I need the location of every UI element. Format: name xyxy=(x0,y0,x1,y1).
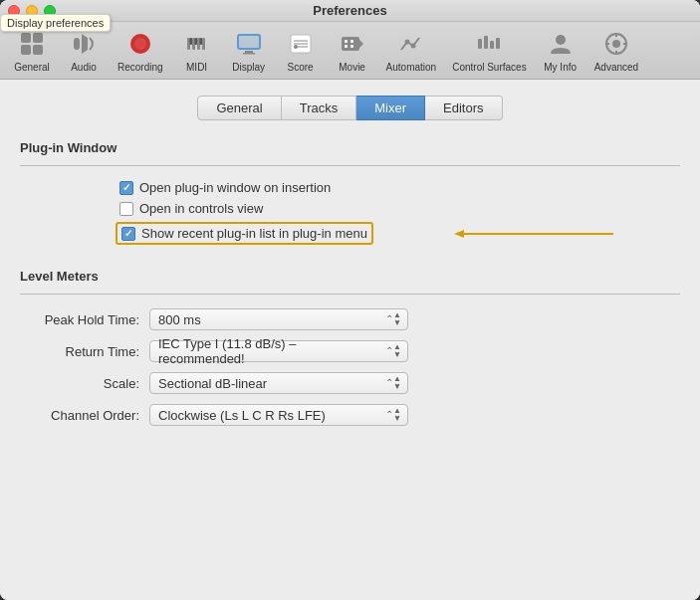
toolbar-label-midi: MIDI xyxy=(186,62,207,73)
tab-general[interactable]: General xyxy=(197,96,281,120)
arrow-annotation xyxy=(454,224,633,244)
plugin-window-title: Plug-in Window xyxy=(20,140,680,155)
select-channel-order[interactable]: Clockwise (Ls L C R Rs LFE) ▲ ▼ xyxy=(149,404,408,426)
movie-icon xyxy=(337,28,368,60)
select-value-peak-hold-time: 800 ms xyxy=(158,312,201,327)
select-value-return-time: IEC Type I (11.8 dB/s) – recommended! xyxy=(158,336,383,366)
toolbar-item-midi[interactable]: MIDI xyxy=(173,26,221,75)
toolbar-label-display: Display xyxy=(232,62,265,73)
label-channel-order: Channel Order: xyxy=(20,408,149,423)
checkbox-open-controls[interactable] xyxy=(119,202,133,216)
svg-point-6 xyxy=(134,38,146,50)
toolbar-item-recording[interactable]: Recording xyxy=(112,26,169,75)
svg-rect-28 xyxy=(350,45,353,48)
select-peak-hold-time[interactable]: 800 ms ▲ ▼ xyxy=(149,308,408,330)
display-icon xyxy=(233,28,265,60)
automation-icon xyxy=(395,28,427,60)
plugin-section-divider xyxy=(20,165,680,166)
midi-icon xyxy=(181,28,213,60)
toolbar-label-automation: Automation xyxy=(386,62,437,73)
svg-rect-23 xyxy=(342,37,359,51)
svg-rect-32 xyxy=(484,36,488,49)
checkbox-label-open-on-insertion: Open plug-in window on insertion xyxy=(139,180,331,195)
svg-rect-31 xyxy=(478,39,482,49)
toolbar-item-control-surfaces[interactable]: Control Surfaces xyxy=(446,26,532,75)
svg-rect-27 xyxy=(345,45,348,48)
toolbar-label-audio: Audio xyxy=(71,62,97,73)
select-arrows-scale: ▲ ▼ xyxy=(393,375,401,391)
select-arrows-channel-order: ▲ ▼ xyxy=(393,407,401,423)
checkbox-row-open-controls: Open in controls view xyxy=(119,201,680,216)
svg-rect-16 xyxy=(245,51,253,53)
toolbar-label-movie: Movie xyxy=(339,62,365,73)
level-meters-title: Level Meters xyxy=(20,269,680,284)
svg-rect-1 xyxy=(33,33,43,43)
svg-rect-3 xyxy=(33,45,43,55)
svg-rect-12 xyxy=(194,38,197,45)
svg-rect-15 xyxy=(238,35,260,49)
toolbar-item-general[interactable]: General xyxy=(8,26,56,75)
svg-point-22 xyxy=(294,45,298,49)
control-surfaces-icon xyxy=(473,28,505,60)
svg-rect-13 xyxy=(199,38,202,45)
level-meters-section: Level Meters Peak Hold Time: 800 ms ▲ ▼ … xyxy=(20,269,680,426)
toolbar-item-score[interactable]: Score xyxy=(277,26,325,75)
form-row-scale: Scale: Sectional dB-linear ▲ ▼ xyxy=(20,372,680,394)
audio-icon xyxy=(68,28,100,60)
window-title: Preferences xyxy=(313,3,386,18)
content-area: General Tracks Mixer Editors Plug-in Win… xyxy=(0,80,700,600)
checkbox-row-open-on-insertion: Open plug-in window on insertion xyxy=(119,180,680,195)
recording-icon xyxy=(124,28,156,60)
select-return-time[interactable]: IEC Type I (11.8 dB/s) – recommended! ▲ … xyxy=(149,340,408,362)
tab-editors[interactable]: Editors xyxy=(425,96,502,120)
select-arrows-return-time: ▲ ▼ xyxy=(393,343,401,359)
select-value-scale: Sectional dB-linear xyxy=(158,376,267,391)
label-return-time: Return Time: xyxy=(20,344,149,359)
checkbox-show-recent[interactable] xyxy=(121,227,135,241)
general-icon xyxy=(16,28,48,60)
toolbar-item-advanced[interactable]: Advanced xyxy=(588,26,644,75)
select-value-channel-order: Clockwise (Ls L C R Rs LFE) xyxy=(158,408,326,423)
tab-tracks[interactable]: Tracks xyxy=(282,96,357,120)
toolbar-item-display[interactable]: Display xyxy=(225,26,273,75)
svg-rect-34 xyxy=(496,38,500,49)
toolbar-label-recording: Recording xyxy=(117,62,163,73)
toolbar-label-score: Score xyxy=(288,62,314,73)
svg-rect-17 xyxy=(243,53,255,55)
select-arrows-peak-hold-time: ▲ ▼ xyxy=(393,311,401,327)
tabs-container: General Tracks Mixer Editors xyxy=(20,96,680,120)
svg-point-35 xyxy=(556,35,566,45)
svg-rect-25 xyxy=(345,40,348,43)
level-meters-divider xyxy=(20,294,680,295)
toolbar-label-control-surfaces: Control Surfaces xyxy=(452,62,526,73)
svg-rect-10 xyxy=(202,38,205,50)
preferences-window: Display preferences Preferences General xyxy=(0,0,700,600)
tooltip-text: Display preferences xyxy=(7,17,104,29)
advanced-icon xyxy=(600,28,632,60)
plugin-window-section: Plug-in Window Open plug-in window on in… xyxy=(20,140,680,245)
checkbox-open-on-insertion[interactable] xyxy=(119,181,133,195)
form-row-peak-hold-time: Peak Hold Time: 800 ms ▲ ▼ xyxy=(20,308,680,330)
svg-rect-33 xyxy=(490,41,494,49)
svg-marker-24 xyxy=(359,40,363,48)
toolbar-item-audio[interactable]: Audio xyxy=(60,26,108,75)
score-icon xyxy=(285,28,317,60)
toolbar-label-general: General xyxy=(14,62,50,73)
select-scale[interactable]: Sectional dB-linear ▲ ▼ xyxy=(149,372,408,394)
form-row-channel-order: Channel Order: Clockwise (Ls L C R Rs LF… xyxy=(20,404,680,426)
tab-mixer[interactable]: Mixer xyxy=(356,96,425,120)
form-row-return-time: Return Time: IEC Type I (11.8 dB/s) – re… xyxy=(20,340,680,362)
title-bar: Display preferences Preferences xyxy=(0,0,700,22)
toolbar-item-my-info[interactable]: My Info xyxy=(537,26,584,75)
toolbar-item-automation[interactable]: Automation xyxy=(380,26,443,75)
label-scale: Scale: xyxy=(20,376,149,391)
toolbar-label-advanced: Advanced xyxy=(594,62,638,73)
toolbar-item-movie[interactable]: Movie xyxy=(329,26,376,75)
svg-point-37 xyxy=(612,40,620,48)
display-preferences-tooltip: Display preferences xyxy=(0,14,111,32)
svg-rect-26 xyxy=(350,40,353,43)
checkbox-label-open-controls: Open in controls view xyxy=(139,201,263,216)
checkbox-label-show-recent: Show recent plug-in list in plug-in menu xyxy=(141,226,367,241)
highlighted-checkbox-row: Show recent plug-in list in plug-in menu xyxy=(116,222,373,245)
svg-point-29 xyxy=(404,40,409,45)
